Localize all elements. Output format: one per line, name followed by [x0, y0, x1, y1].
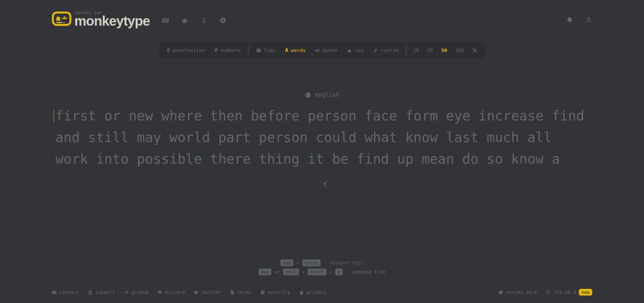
count-100[interactable]: 100 [451, 42, 468, 58]
config-divider [248, 46, 249, 55]
count-25[interactable]: 25 [423, 42, 437, 58]
twitter-link[interactable]: twitter [194, 290, 221, 295]
shortcut-hints: tab + enter - restart test esc or ctrl +… [0, 259, 644, 275]
language-selector[interactable]: english [0, 91, 644, 98]
discord-icon [157, 290, 163, 295]
caret [53, 109, 54, 123]
mode-time[interactable]: time [251, 42, 280, 58]
word-line-2: and still may world part person could wh… [55, 127, 589, 148]
header: monkey see monkeytype [52, 10, 592, 27]
count-50[interactable]: 50 [437, 42, 451, 58]
lock-icon [299, 290, 304, 295]
config-numbers[interactable]: # numbers [210, 42, 246, 58]
discord-link[interactable]: discord [157, 290, 185, 295]
custom-tools-icon[interactable] [472, 48, 478, 53]
globe-icon [305, 92, 311, 98]
test-config-bar: @ punctuation # numbers time A words quo… [159, 42, 486, 58]
main-nav [162, 17, 227, 24]
words-area[interactable]: first or new where then before person fa… [55, 105, 589, 170]
key-esc: esc [258, 269, 271, 275]
word-line-1: first or new where then before person fa… [55, 105, 589, 127]
logo-title: monkeytype [74, 15, 150, 27]
footer: contact support github [52, 289, 592, 303]
info-icon[interactable] [200, 17, 207, 24]
file-icon [230, 290, 235, 295]
clock-icon [256, 48, 261, 53]
letter-a-icon: A [285, 48, 288, 53]
mode-custom[interactable]: custom [368, 42, 403, 58]
quote-icon [315, 48, 320, 53]
key-tab: tab [280, 259, 293, 266]
theme-name: serika dark [506, 290, 537, 295]
restart-row [0, 181, 644, 190]
contact-link[interactable]: contact [52, 290, 79, 295]
header-right [566, 16, 592, 24]
version-button[interactable]: v25.48.0 new [546, 289, 592, 296]
wrench-icon [373, 48, 378, 53]
word-line-3: work into possible there thing it be fin… [55, 148, 589, 170]
mode-zen[interactable]: zen [342, 42, 368, 58]
code-icon [124, 290, 129, 295]
shield-icon [260, 290, 265, 295]
git-branch-icon [546, 290, 551, 295]
restart-hint: tab + enter - restart test [280, 259, 364, 266]
at-icon: @ [167, 48, 170, 53]
key-shift: shift [308, 269, 326, 275]
user-icon[interactable] [585, 16, 592, 24]
mountain-icon [347, 48, 352, 53]
notification-bell-icon[interactable] [566, 16, 573, 24]
footer-right: serika dark v25.48.0 new [498, 289, 592, 296]
privacy-link[interactable]: privacy [299, 290, 326, 295]
config-punctuation[interactable]: @ punctuation [162, 42, 210, 58]
key-ctrl: ctrl [283, 269, 299, 275]
test-config-row: @ punctuation # numbers time A words quo… [0, 42, 644, 58]
config-divider [405, 46, 407, 55]
keyboard-icon[interactable] [162, 17, 169, 24]
palette-icon [498, 290, 503, 295]
count-10[interactable]: 10 [409, 42, 423, 58]
version-label: v25.48.0 [553, 290, 576, 295]
twitter-bird-icon [194, 290, 199, 295]
crown-icon[interactable] [181, 17, 188, 24]
new-badge: new [579, 289, 592, 296]
footer-links: contact support github [52, 290, 326, 295]
key-p: p [335, 269, 343, 275]
settings-gear-icon[interactable] [220, 17, 227, 24]
envelope-icon [52, 290, 57, 295]
donate-icon [88, 290, 93, 295]
terms-link[interactable]: terms [230, 290, 251, 295]
mode-quote[interactable]: quote [310, 42, 342, 58]
github-link[interactable]: github [124, 290, 149, 295]
monkeytype-logo-icon [52, 11, 72, 26]
command-line-hint: esc or ctrl + shift + p - command line [258, 269, 386, 275]
logo[interactable]: monkey see monkeytype [52, 10, 150, 27]
security-link[interactable]: security [260, 290, 290, 295]
support-link[interactable]: support [88, 290, 115, 295]
restart-icon[interactable] [318, 181, 327, 190]
spacer [0, 190, 644, 259]
mode-words[interactable]: A words [280, 42, 311, 58]
language-label: english [315, 91, 340, 98]
key-enter: enter [302, 259, 321, 266]
hash-icon: # [215, 48, 218, 53]
theme-button[interactable]: serika dark [498, 290, 537, 295]
